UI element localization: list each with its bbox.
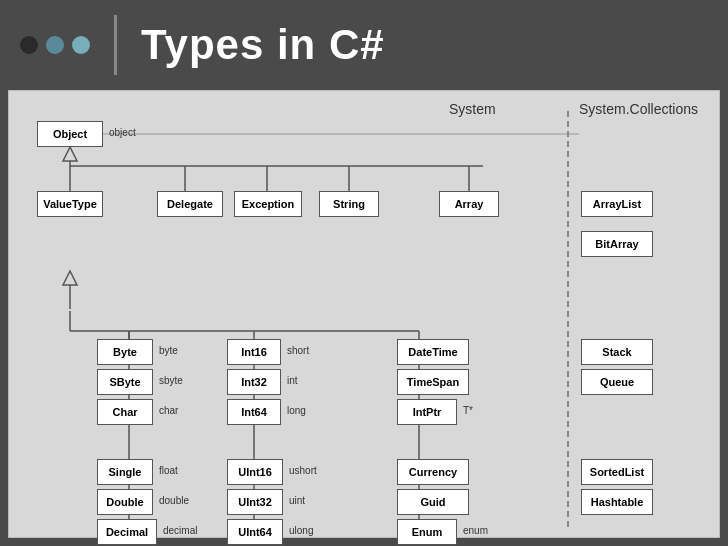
box-timespan: TimeSpan: [397, 369, 469, 395]
alias-uint64: ulong: [289, 525, 313, 536]
box-hashtable: Hashtable: [581, 489, 653, 515]
alias-enum: enum: [463, 525, 488, 536]
alias-int32: int: [287, 375, 298, 386]
alias-double: double: [159, 495, 189, 506]
box-enum: Enum: [397, 519, 457, 545]
section-divider: [567, 111, 569, 527]
box-byte: Byte: [97, 339, 153, 365]
box-char: Char: [97, 399, 153, 425]
alias-uint32: uint: [289, 495, 305, 506]
dots-container: [20, 36, 90, 54]
alias-int16: short: [287, 345, 309, 356]
box-uint32: UInt32: [227, 489, 283, 515]
alias-intptr: T*: [463, 405, 473, 416]
box-sortedlist: SortedList: [581, 459, 653, 485]
alias-char: char: [159, 405, 178, 416]
alias-single: float: [159, 465, 178, 476]
box-int32: Int32: [227, 369, 281, 395]
svg-marker-0: [63, 147, 77, 161]
dot-2: [46, 36, 64, 54]
box-bitarray: BitArray: [581, 231, 653, 257]
diagram-area: System System.Collections Object object …: [8, 90, 720, 538]
alias-object: object: [109, 127, 136, 138]
box-int64: Int64: [227, 399, 281, 425]
alias-byte: byte: [159, 345, 178, 356]
system-label: System: [449, 101, 496, 117]
box-decimal: Decimal: [97, 519, 157, 545]
box-guid: Guid: [397, 489, 469, 515]
box-arraylist: ArrayList: [581, 191, 653, 217]
alias-uint16: ushort: [289, 465, 317, 476]
box-intptr: IntPtr: [397, 399, 457, 425]
box-uint64: UInt64: [227, 519, 283, 545]
svg-marker-2: [63, 271, 77, 285]
box-currency: Currency: [397, 459, 469, 485]
collections-label: System.Collections: [579, 101, 698, 117]
box-sbyte: SByte: [97, 369, 153, 395]
box-exception: Exception: [234, 191, 302, 217]
box-valuetype: ValueType: [37, 191, 103, 217]
box-double: Double: [97, 489, 153, 515]
box-uint16: UInt16: [227, 459, 283, 485]
header: Types in C#: [0, 0, 728, 90]
header-divider: [114, 15, 117, 75]
box-stack: Stack: [581, 339, 653, 365]
page-title: Types in C#: [141, 21, 385, 69]
alias-sbyte: sbyte: [159, 375, 183, 386]
box-datetime: DateTime: [397, 339, 469, 365]
dot-3: [72, 36, 90, 54]
dot-1: [20, 36, 38, 54]
alias-decimal: decimal: [163, 525, 197, 536]
box-string: String: [319, 191, 379, 217]
box-array: Array: [439, 191, 499, 217]
box-int16: Int16: [227, 339, 281, 365]
box-single: Single: [97, 459, 153, 485]
alias-int64: long: [287, 405, 306, 416]
box-queue: Queue: [581, 369, 653, 395]
box-object: Object: [37, 121, 103, 147]
box-delegate: Delegate: [157, 191, 223, 217]
